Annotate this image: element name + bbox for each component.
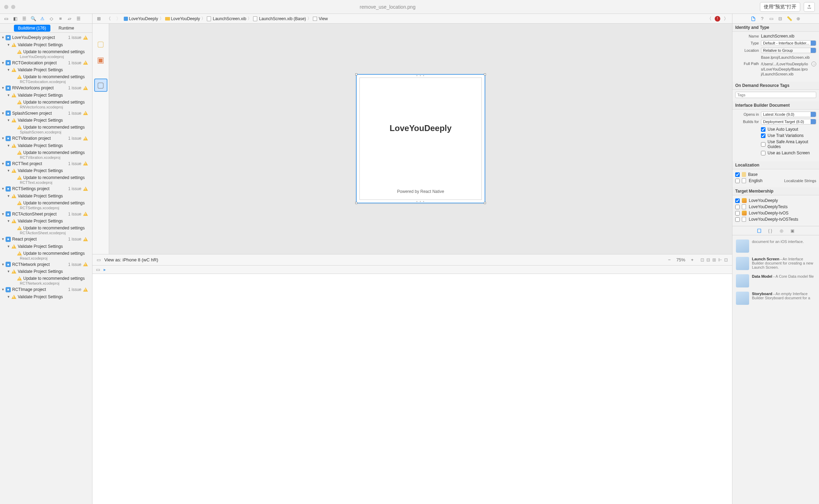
embed-in-icon[interactable]: ⊡ <box>700 257 704 262</box>
issue-group[interactable]: ▼Validate Project Settings <box>0 142 92 149</box>
launch-title-label[interactable]: LoveYouDeeply <box>390 123 452 133</box>
opens-in-select[interactable]: Latest Xcode (9.0) <box>761 112 816 117</box>
runtime-tab[interactable]: Runtime <box>55 25 79 32</box>
tags-input[interactable] <box>735 92 816 98</box>
pin-icon[interactable]: ⊞ <box>712 257 716 262</box>
name-field[interactable]: LaunchScreen.xib <box>761 34 816 39</box>
media-library-icon[interactable]: ▣ <box>789 228 796 234</box>
issue-group[interactable]: ▼Validate Project Settings <box>0 92 92 99</box>
interface-builder-canvas[interactable]: • • • • • • LoveYouDeeply Powered by Rea… <box>109 24 732 254</box>
issue-item[interactable]: Update to recommended settings <box>0 149 92 156</box>
issue-item[interactable]: Update to recommended settings <box>0 124 92 131</box>
console-area[interactable] <box>92 274 732 504</box>
target-row[interactable]: LoveYouDeeply-tvOSTests <box>735 216 816 222</box>
object-library-icon[interactable]: ◎ <box>778 228 785 234</box>
issue-group[interactable]: ▼Validate Project Settings <box>0 167 92 174</box>
size-inspector-icon[interactable]: 📏 <box>786 16 793 22</box>
back-button[interactable]: 〈 <box>104 15 113 22</box>
issue-project[interactable]: ▼■RCTGeolocation project1 issue <box>0 59 92 67</box>
issue-item[interactable]: Update to recommended settings <box>0 99 92 106</box>
issue-project[interactable]: ▼■RCTImage project1 issue <box>0 286 92 293</box>
issue-project[interactable]: ▼■RCTNetwork project1 issue <box>0 261 92 268</box>
issue-project[interactable]: ▼■SplashScreen project1 issue <box>0 110 92 117</box>
issue-group[interactable]: ▼Validate Project Settings <box>0 41 92 48</box>
test-navigator-icon[interactable]: ◇ <box>47 15 56 22</box>
debug-toggle-icon[interactable]: ▭ <box>96 267 100 272</box>
code-snippet-library-icon[interactable]: { } <box>767 228 773 234</box>
issue-item[interactable]: Update to recommended settings <box>0 250 92 257</box>
zoom-level[interactable]: 75% <box>676 257 685 262</box>
library-item[interactable]: Storyboard - An empty Interface Builder … <box>735 290 817 307</box>
issue-project[interactable]: ▼■RCTText project1 issue <box>0 160 92 168</box>
issue-project[interactable]: ▼■LoveYouDeeply project1 issue <box>0 34 92 41</box>
issue-group[interactable]: ▼Validate Project Settings <box>0 293 92 300</box>
issue-item[interactable]: Update to recommended settings <box>0 48 92 55</box>
source-control-icon[interactable]: ◧ <box>11 15 19 22</box>
resolve-icon[interactable]: ⊩ <box>718 257 722 262</box>
issue-project[interactable]: ▼■React project1 issue <box>0 236 92 243</box>
library-item[interactable]: Data Model - A Core Data model file <box>735 272 817 290</box>
prev-issue-button[interactable]: 〈 <box>705 15 713 22</box>
issue-group[interactable]: ▼Validate Project Settings <box>0 193 92 200</box>
type-select[interactable]: Default - Interface Builder... <box>761 40 816 46</box>
location-select[interactable]: Relative to Group <box>761 48 816 53</box>
project-navigator-icon[interactable]: ▭ <box>2 15 10 22</box>
align-icon[interactable]: ⊟ <box>706 257 710 262</box>
close-button[interactable] <box>4 5 8 9</box>
autolayout-checkbox[interactable] <box>761 127 765 132</box>
target-row[interactable]: LoveYouDeeplyTests <box>735 204 816 210</box>
window-controls[interactable] <box>4 5 15 9</box>
open-with-preview-button[interactable]: 使用"预览"打开 <box>760 2 800 12</box>
buildtime-tab[interactable]: Buildtime (176) <box>14 25 50 32</box>
connections-inspector-icon[interactable]: ⊕ <box>795 16 802 22</box>
loc-base-checkbox[interactable] <box>735 172 740 177</box>
error-count-badge[interactable]: ! <box>715 16 720 22</box>
file-template-library-icon[interactable] <box>756 228 762 234</box>
issue-item[interactable]: Update to recommended settings <box>0 73 92 80</box>
outline-toggle-icon[interactable]: ▭ <box>97 257 101 262</box>
stack-icon[interactable]: ⊡ <box>724 257 728 262</box>
library-item[interactable]: Launch Screen - An Interface Builder doc… <box>735 255 817 272</box>
issue-item[interactable]: Update to recommended settings <box>0 174 92 181</box>
view-as-button[interactable]: View as: iPhone 8 (wC hR) <box>104 257 158 262</box>
target-row[interactable]: LoveYouDeeply <box>735 197 816 204</box>
issue-item[interactable]: Update to recommended settings <box>0 200 92 206</box>
related-items-icon[interactable]: ⊞ <box>95 15 103 22</box>
issue-group[interactable]: ▼Validate Project Settings <box>0 66 92 73</box>
file-inspector-icon[interactable] <box>750 16 756 22</box>
issue-group[interactable]: ▼Validate Project Settings <box>0 243 92 250</box>
builds-for-select[interactable]: Deployment Target (8.0) <box>761 119 816 124</box>
issue-project[interactable]: ▼■RCTSettings project1 issue <box>0 185 92 193</box>
trait-checkbox[interactable] <box>761 133 765 138</box>
outline-placeholder-icon[interactable]: ▢ <box>94 38 107 51</box>
minimize-button[interactable] <box>11 5 15 9</box>
issue-project[interactable]: ▼■RNVectorIcons project1 issue <box>0 84 92 92</box>
issue-project[interactable]: ▼■RCTVibration project1 issue <box>0 135 92 142</box>
target-row[interactable]: LoveYouDeeply-tvOS <box>735 210 816 216</box>
breakpoint-navigator-icon[interactable]: ▱ <box>65 15 74 22</box>
next-issue-button[interactable]: 〉 <box>722 15 730 22</box>
forward-button[interactable]: 〉 <box>114 15 122 22</box>
attributes-inspector-icon[interactable]: ⊟ <box>777 16 784 22</box>
zoom-in-button[interactable]: + <box>691 257 694 262</box>
safearea-checkbox[interactable] <box>761 142 765 147</box>
view-object[interactable]: • • • • • • LoveYouDeeply Powered by Rea… <box>356 74 485 203</box>
loc-type-select[interactable]: Localizable Strings <box>784 179 816 183</box>
launchscreen-checkbox[interactable] <box>761 151 765 155</box>
breakpoint-tag-icon[interactable]: ▸ <box>104 267 106 272</box>
outline-file-owner-icon[interactable]: ▣ <box>94 54 107 67</box>
jump-bar[interactable]: LoveYouDeeply 〉 LoveYouDeeply 〉 LaunchSc… <box>124 16 704 22</box>
issue-item[interactable]: Update to recommended settings <box>0 275 92 282</box>
reveal-in-finder-icon[interactable]: → <box>811 62 816 66</box>
zoom-out-button[interactable]: − <box>668 257 671 262</box>
issue-item[interactable]: Update to recommended settings <box>0 225 92 231</box>
loc-english-checkbox[interactable] <box>735 179 740 183</box>
find-navigator-icon[interactable]: 🔍 <box>29 15 38 22</box>
symbol-navigator-icon[interactable]: ☰ <box>20 15 29 22</box>
identity-inspector-icon[interactable]: ▭ <box>768 16 775 22</box>
issue-navigator-icon[interactable]: ⚠ <box>38 15 47 22</box>
report-navigator-icon[interactable]: ☰ <box>74 15 83 22</box>
issue-project[interactable]: ▼■RCTActionSheet project1 issue <box>0 211 92 218</box>
issue-group[interactable]: ▼Validate Project Settings <box>0 268 92 275</box>
share-button[interactable] <box>804 2 815 12</box>
